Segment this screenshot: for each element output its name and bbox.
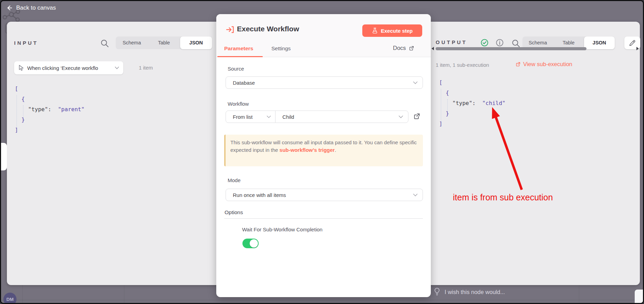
chevron-down-icon [398,115,403,118]
back-to-canvas-label: Back to canvas [16,4,56,11]
json-line: "type": "parent" [15,104,84,115]
workflow-label: Workflow [228,101,249,107]
info-icon[interactable] [496,39,504,47]
output-tab-json[interactable]: JSON [584,36,615,49]
node-detail-modal: Execute Workflow Execute step Parameters… [216,14,431,297]
workflow-mode-select[interactable]: From list [226,111,276,123]
docs-label: Docs [393,45,406,51]
user-avatar[interactable]: DM [3,293,17,304]
input-search-icon[interactable] [100,39,109,48]
canvas-logo-ghost-icon [2,9,22,23]
success-check-icon [480,39,489,47]
json-value: "parent" [51,106,84,113]
panel-drag-handle[interactable] [1,143,7,170]
json-line: ] [15,125,84,135]
mode-select[interactable]: Run once with all items [226,189,423,201]
sub-workflow-notice: This sub-workflow will consume all input… [224,135,423,166]
execute-workflow-node-icon [226,25,235,34]
sub-workflow-trigger-link[interactable]: sub-workflow’s trigger [280,147,335,153]
wait-toggle-label: Wait For Sub-Workflow Completion [242,227,322,232]
chevron-down-icon [413,193,418,197]
cursor-icon [18,65,24,71]
input-tab-schema[interactable]: Schema [116,36,148,49]
output-panel-title: OUTPUT [436,39,467,45]
chevron-down-icon [267,115,271,118]
execute-step-label: Execute step [381,28,413,34]
view-sub-execution-link[interactable]: View sub-execution [516,61,572,67]
view-sub-execution-label: View sub-execution [523,61,572,67]
annotation-text: item is from sub execution [453,192,553,202]
workflow-name-select[interactable]: Child [276,111,408,123]
open-workflow-icon[interactable] [413,113,420,120]
external-link-icon [409,45,414,51]
canvas-gridline [22,285,23,304]
mode-select-value: Run once with all items [226,192,413,198]
back-to-canvas-button[interactable]: Back to canvas [6,4,56,11]
tab-settings[interactable]: Settings [271,45,291,52]
input-tab-table[interactable]: Table [148,36,180,49]
canvas-control-corner [635,290,644,304]
pencil-icon [629,40,636,46]
active-tab-underline [217,56,263,57]
hscroll-left-arrow[interactable] [432,47,434,50]
input-source-selector-value: When clicking ‘Execute workflo [27,65,112,71]
execute-step-button[interactable]: Execute step [362,24,422,37]
json-line: [ [15,84,84,94]
workflow-field: From list Child [226,111,408,123]
chevron-down-icon [413,81,418,84]
json-line: } [15,115,84,125]
node-feedback-button[interactable]: I wish this node would... [434,287,505,296]
json-line: { [15,94,84,104]
json-line: [ [439,77,506,88]
hscroll-thumb[interactable] [436,47,586,50]
external-link-icon [516,62,521,67]
workflow-name-value: Child [276,114,398,120]
workflow-mode-value: From list [226,114,267,120]
node-title: Execute Workflow [237,25,299,33]
input-display-mode-tabs: Schema Table JSON [116,36,212,49]
wait-toggle[interactable] [242,239,259,248]
json-line: { [439,88,506,98]
lightbulb-icon [434,287,440,296]
source-select[interactable]: Database [226,76,423,89]
output-search-icon[interactable] [511,39,520,48]
input-items-count: 1 item [139,65,153,71]
annotation-arrow [481,103,530,194]
canvas-gridline [579,285,579,304]
json-key: "type": [15,106,51,113]
source-select-value: Database [226,80,413,86]
chevron-down-icon [115,66,119,70]
toggle-knob [250,239,258,248]
node-feedback-label: I wish this node would... [445,289,505,295]
input-panel-title: INPUT [14,40,38,46]
options-section-label: Options [225,209,243,216]
input-tab-json[interactable]: JSON [180,36,212,49]
notice-suffix: . [335,147,336,153]
docs-link[interactable]: Docs [393,45,414,51]
tab-parameters[interactable]: Parameters [224,45,253,52]
input-json-view: [ { "type": "parent" } ] [15,84,84,135]
canvas-gridline [1,300,644,300]
json-key: "type": [439,100,476,106]
flask-icon [372,28,378,34]
arrow-left-icon [6,4,13,11]
input-source-selector[interactable]: When clicking ‘Execute workflo [14,61,123,74]
canvas-gridline [124,285,124,304]
source-label: Source [228,66,244,72]
output-meta: 1 item, 1 sub-execution [436,62,489,68]
mode-label: Mode [228,177,241,183]
hscroll-right-arrow[interactable] [636,47,639,50]
app-window: Back to canvas INPUT Schema Table JSON W… [0,0,644,304]
options-divider [224,218,423,219]
